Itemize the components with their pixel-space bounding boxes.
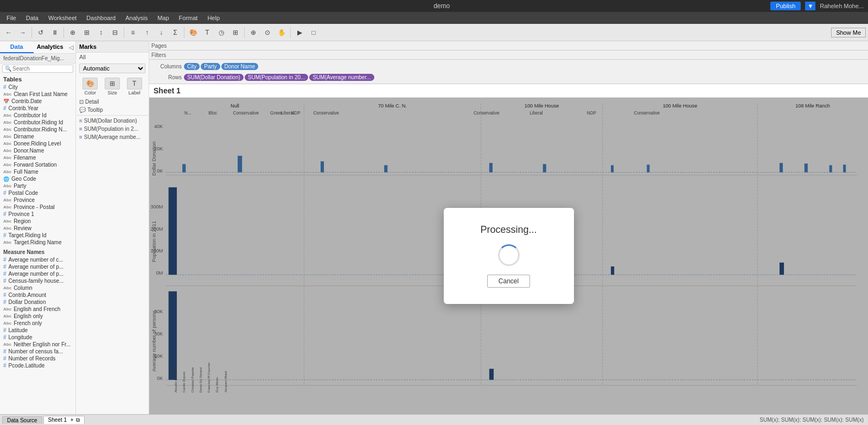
table-item-province1[interactable]: #Province 1 bbox=[0, 211, 75, 218]
table-item-dollar-donation[interactable]: #Dollar Donation bbox=[0, 299, 75, 306]
table-item-province-postal[interactable]: AbcProvince - Postal bbox=[0, 204, 75, 211]
menu-analysis[interactable]: Analysis bbox=[121, 14, 152, 22]
sidebar-collapse-button[interactable]: ◁ bbox=[67, 41, 75, 53]
sort-desc-button[interactable]: ↓ bbox=[155, 26, 168, 39]
sum-avg-item[interactable]: ≡ SUM(Average numbe... bbox=[76, 133, 149, 141]
menu-help[interactable]: Help bbox=[203, 14, 224, 22]
table-item-num-records[interactable]: #Number of Records bbox=[0, 355, 75, 362]
rows-pill-pop[interactable]: SUM(Population in 20... bbox=[245, 74, 309, 81]
size-marks-button[interactable]: ⊞ Size bbox=[105, 78, 120, 96]
table-item-english-only[interactable]: AbcEnglish only bbox=[0, 313, 75, 320]
detail-shelf-item[interactable]: ⊡ Detail bbox=[76, 98, 149, 106]
back-button[interactable]: ← bbox=[2, 26, 15, 39]
search-input[interactable] bbox=[12, 66, 76, 72]
format-button[interactable]: T bbox=[201, 26, 214, 39]
table-item-postal-code[interactable]: #Postal Code bbox=[0, 189, 75, 196]
table-item-census-fa[interactable]: #Number of census fa... bbox=[0, 348, 75, 355]
table-item-column[interactable]: AbcColumn bbox=[0, 284, 75, 291]
new-sheet-button[interactable]: ⊕ bbox=[66, 26, 79, 39]
table-item-city[interactable]: #City bbox=[0, 84, 75, 91]
table-item-contrib-date[interactable]: 📅Contrib.Date bbox=[0, 98, 75, 105]
rows-pill-dollar[interactable]: SUM(Dollar Donation) bbox=[184, 74, 244, 81]
table-item-contributor-riding-id[interactable]: AbcContributor.Riding Id bbox=[0, 119, 75, 126]
rows-pills: SUM(Dollar Donation) SUM(Population in 2… bbox=[184, 74, 374, 81]
table-item-clean-name[interactable]: AbcClean First Last Name bbox=[0, 91, 75, 98]
columns-pill-party[interactable]: Party bbox=[201, 63, 220, 70]
color-button[interactable]: 🎨 bbox=[187, 26, 200, 39]
table-item-geo-code[interactable]: 🌐Geo Code bbox=[0, 175, 75, 182]
table-item-donee-riding[interactable]: AbcDonee.Riding Level bbox=[0, 140, 75, 147]
table-item-target-riding-id[interactable]: #Target.Riding Id bbox=[0, 232, 75, 239]
table-item-contributor-id[interactable]: AbcContributor Id bbox=[0, 112, 75, 119]
search-bar[interactable]: 🔍 ▼ ≡ bbox=[2, 65, 73, 73]
table-item-french-only[interactable]: AbcFrench only bbox=[0, 320, 75, 327]
columns-label: Columns bbox=[151, 64, 184, 69]
print-button[interactable]: ⊟ bbox=[108, 26, 122, 39]
forward-button[interactable]: → bbox=[16, 26, 29, 39]
table-item-target-riding-name[interactable]: AbcTarget.Riding Name bbox=[0, 239, 75, 246]
rows-pill-avg[interactable]: SUM(Average number... bbox=[309, 74, 374, 81]
table-item-region[interactable]: AbcRegion bbox=[0, 218, 75, 225]
table-item-neither-english[interactable]: AbcNeither English nor Fr... bbox=[0, 341, 75, 348]
measure-icon: # bbox=[3, 363, 7, 369]
fix-button[interactable]: □ bbox=[307, 26, 320, 39]
fit-button[interactable]: ▶ bbox=[293, 26, 306, 39]
table-item-english-french[interactable]: AbcEnglish and French bbox=[0, 306, 75, 313]
menu-dashboard[interactable]: Dashboard bbox=[82, 14, 120, 22]
table-item-party[interactable]: AbcParty bbox=[0, 182, 75, 189]
menu-file[interactable]: File bbox=[2, 14, 21, 22]
table-item-donor-name[interactable]: AbcDonor.Name bbox=[0, 147, 75, 154]
data-source-tab[interactable]: Data Source bbox=[2, 416, 42, 424]
table-item-pcode-lat[interactable]: #Pcode.Latitude bbox=[0, 362, 75, 369]
sheet1-tab[interactable]: Sheet 1 + ⧉ bbox=[43, 416, 85, 424]
table-item-avg-p1[interactable]: #Average number of p... bbox=[0, 263, 75, 270]
menu-data[interactable]: Data bbox=[22, 14, 43, 22]
color-marks-button[interactable]: 🎨 Color bbox=[82, 78, 98, 96]
table-item-forward-sort[interactable]: AbcForward Sortation bbox=[0, 161, 75, 168]
table-item-review[interactable]: AbcReview bbox=[0, 225, 75, 232]
columns-pill-donor[interactable]: Donor Name bbox=[221, 63, 259, 70]
tooltip-shelf-item[interactable]: 💬 Tooltip bbox=[76, 106, 149, 114]
table-item-filename[interactable]: AbcFilename bbox=[0, 154, 75, 161]
table-item-dirname[interactable]: AbcDirname bbox=[0, 133, 75, 140]
menu-worksheet[interactable]: Worksheet bbox=[44, 14, 81, 22]
table-item-avg-c[interactable]: #Average number of c... bbox=[0, 256, 75, 263]
tooltip-button[interactable]: ◷ bbox=[215, 26, 228, 39]
show-me-button[interactable]: Show Me bbox=[831, 28, 866, 37]
loading-spinner bbox=[498, 244, 520, 266]
table-item-province[interactable]: AbcProvince bbox=[0, 196, 75, 204]
duplicate-button[interactable]: ⊞ bbox=[80, 26, 93, 39]
reference-button[interactable]: ⊞ bbox=[229, 26, 242, 39]
table-item-full-name[interactable]: AbcFull Name bbox=[0, 168, 75, 175]
aggregate-button[interactable]: Σ bbox=[169, 26, 182, 39]
publish-button[interactable]: Publish bbox=[770, 2, 801, 10]
menu-format[interactable]: Format bbox=[175, 14, 202, 22]
sum-dollar-item[interactable]: ≡ SUM(Dollar Donation) bbox=[76, 117, 149, 125]
table-item-contrib-amount[interactable]: #Contrib.Amount bbox=[0, 291, 75, 299]
add-sheet-icon[interactable]: + bbox=[71, 417, 74, 423]
tab-analytics[interactable]: Analytics bbox=[34, 41, 67, 53]
pause-button[interactable]: ⏸ bbox=[48, 26, 61, 39]
highlight-button[interactable]: ≡ bbox=[126, 26, 139, 39]
table-item-census-family[interactable]: #Census-family house... bbox=[0, 277, 75, 284]
zoom-button[interactable]: ⊕ bbox=[247, 26, 260, 39]
publish-dropdown-button[interactable]: ▼ bbox=[805, 2, 815, 10]
marks-type-dropdown[interactable]: Automatic Bar Line Area Square Circle Sh… bbox=[79, 64, 145, 73]
tab-data[interactable]: Data bbox=[0, 41, 34, 53]
columns-pill-city[interactable]: City bbox=[184, 63, 200, 70]
sort-asc-button[interactable]: ↑ bbox=[141, 26, 154, 39]
menu-map[interactable]: Map bbox=[153, 14, 173, 22]
refresh-button[interactable]: ↺ bbox=[34, 26, 47, 39]
label-marks-button[interactable]: T Label bbox=[127, 78, 142, 96]
table-item-avg-p2[interactable]: #Average number of p... bbox=[0, 270, 75, 277]
table-item-latitude[interactable]: #Latitude bbox=[0, 327, 75, 334]
table-item-contrib-year[interactable]: #Contrib.Year bbox=[0, 105, 75, 112]
select-button[interactable]: ⊙ bbox=[261, 26, 274, 39]
sum-pop-item[interactable]: ≡ SUM(Population in 2... bbox=[76, 125, 149, 133]
table-item-longitude[interactable]: #Longitude bbox=[0, 334, 75, 341]
duplicate-sheet-icon[interactable]: ⧉ bbox=[76, 417, 80, 423]
pan-button[interactable]: ✋ bbox=[275, 26, 288, 39]
table-item-contributor-riding-n[interactable]: AbcContributor.Riding N... bbox=[0, 126, 75, 133]
cancel-button[interactable]: Cancel bbox=[487, 275, 530, 288]
export-button[interactable]: ↕ bbox=[94, 26, 107, 39]
